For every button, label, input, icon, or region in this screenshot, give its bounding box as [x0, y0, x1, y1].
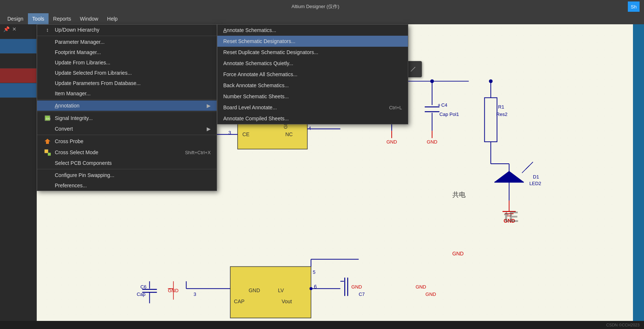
left-panel: [0, 24, 37, 329]
annotate-quietly-label: Annotate Schematics Quietly...: [223, 60, 293, 66]
svg-text:共电: 共电: [452, 191, 466, 198]
svg-text:tE: tE: [504, 209, 519, 225]
svg-text:C7: C7: [359, 291, 365, 297]
cross-select-shortcut: Shift+Ctrl+X: [176, 150, 211, 155]
submenu-board-level[interactable]: Board Level Annotate... Ctrl+L: [217, 102, 408, 113]
menu-footprint-manager[interactable]: Footprint Manager...: [37, 47, 217, 57]
menu-tools[interactable]: Tools: [28, 13, 49, 24]
menu-preferences[interactable]: Preferences...: [37, 180, 217, 191]
svg-text:3: 3: [193, 291, 196, 297]
annotation-label-rest: nnotation: [58, 103, 79, 109]
svg-text:GND: GND: [427, 139, 437, 145]
svg-text:R1: R1: [498, 104, 504, 110]
board-level-shortcut: Ctrl+L: [380, 105, 402, 110]
svg-text:GND: GND: [426, 291, 436, 297]
annotation-arrow: ▶: [207, 103, 211, 109]
svg-text:Cap Pol1: Cap Pol1: [440, 112, 459, 117]
menu-configure-pin[interactable]: Configure Pin Swapping...: [37, 170, 217, 180]
sh-button[interactable]: Sh: [628, 1, 640, 12]
cross-select-label: Cross Select Mode: [55, 149, 98, 155]
svg-text:SIG: SIG: [46, 117, 51, 120]
svg-point-59: [430, 79, 434, 83]
svg-marker-117: [48, 153, 51, 156]
left-panel-item-3[interactable]: [0, 54, 36, 68]
close-icon[interactable]: ✕: [11, 26, 18, 32]
signal-integrity-icon: SIG: [43, 115, 52, 121]
submenu-annotate-schematics[interactable]: Annotate Schematics...: [217, 25, 408, 36]
pin-icon[interactable]: 📌: [3, 26, 10, 32]
submenu-reset-duplicate[interactable]: Reset Duplicate Schematic Designators...: [217, 47, 408, 58]
separator-1: [37, 36, 217, 36]
svg-text:4: 4: [309, 125, 311, 131]
menu-cross-select[interactable]: Cross Select Mode Shift+Ctrl+X: [37, 147, 217, 158]
annotation-label: A: [55, 103, 58, 109]
menu-select-pcb[interactable]: Select PCB Components: [37, 158, 217, 168]
menu-update-selected[interactable]: Update Selected From Libraries...: [37, 68, 217, 78]
svg-text:CAP: CAP: [234, 298, 245, 304]
menu-help[interactable]: Help: [103, 13, 122, 24]
updown-label: Up/Down Hierarchy: [55, 27, 99, 33]
left-panel-item-2[interactable]: [0, 39, 36, 54]
reset-designators-label: Reset Schematic Designators...: [223, 38, 295, 44]
board-level-label: Board Level Annotate...: [223, 105, 277, 110]
right-sidebar: [633, 24, 644, 329]
configure-pin-label: Configure Pin Swapping...: [55, 172, 114, 178]
menu-update-libs[interactable]: Update From Libraries...: [37, 57, 217, 68]
item-mgr-label: Item Manager...: [55, 91, 90, 96]
update-params-label: Update Parameters From Database...: [55, 80, 140, 86]
title-bar: Altium Designer (仅作) Sh: [0, 0, 644, 13]
convert-label: Convert: [55, 126, 73, 132]
number-sheets-label: Number Schematic Sheets...: [223, 93, 289, 99]
submenu-annotate-compiled[interactable]: Annotate Compiled Sheets...: [217, 113, 408, 124]
menu-cross-probe[interactable]: Cross Probe: [37, 136, 217, 147]
footprint-label: Footprint Manager...: [55, 49, 101, 55]
preferences-label: Preferences...: [55, 183, 87, 188]
svg-point-65: [489, 79, 492, 83]
svg-text:C4: C4: [441, 102, 448, 108]
submenu-number-sheets[interactable]: Number Schematic Sheets...: [217, 91, 408, 102]
menu-item-manager[interactable]: Item Manager...: [37, 88, 217, 99]
separator-5: [37, 169, 217, 169]
svg-point-109: [310, 287, 313, 290]
svg-text:CE: CE: [242, 131, 249, 137]
separator-3: [37, 112, 217, 112]
cross-select-icon: [43, 149, 52, 156]
line-button[interactable]: [407, 63, 419, 75]
submenu-annotate-quietly[interactable]: Annotate Schematics Quietly...: [217, 58, 408, 69]
separator-2: [37, 99, 217, 100]
copyright-text: CSDN ©CCH2023: [606, 323, 640, 327]
svg-text:D1: D1: [533, 174, 539, 180]
tools-dropdown-menu: ↕ Up/Down Hierarchy Parameter Manager...…: [37, 24, 217, 191]
menu-reports[interactable]: Reports: [49, 13, 75, 24]
force-annotate-label: Force Annotate All Schematics...: [223, 71, 298, 77]
menu-annotation[interactable]: Annotation ▶: [37, 100, 217, 111]
menu-update-params[interactable]: Update Parameters From Database...: [37, 78, 217, 88]
menu-signal-integrity[interactable]: SIG Signal Integrity...: [37, 113, 217, 124]
svg-text:Vout: Vout: [282, 298, 292, 304]
submenu-reset-designators[interactable]: Reset Schematic Designators...: [217, 36, 408, 47]
menu-window[interactable]: Window: [75, 13, 103, 24]
left-panel-item-4[interactable]: [0, 68, 36, 83]
annotation-submenu: Annotate Schematics... Reset Schematic D…: [217, 24, 408, 124]
svg-rect-94: [230, 266, 311, 318]
svg-text:LED2: LED2: [529, 181, 541, 186]
svg-text:+: +: [438, 102, 441, 108]
annotate-schematics-label: Annotate Schematics...: [223, 27, 276, 33]
title-text: Altium Designer (仅作): [4, 3, 626, 10]
top-icons: 📌 ✕: [3, 26, 18, 32]
updown-icon: ↕: [43, 27, 52, 33]
menu-updown[interactable]: ↕ Up/Down Hierarchy: [37, 25, 217, 35]
menu-convert[interactable]: Convert ▶: [37, 124, 217, 134]
menu-bar: Design Tools Reports Window Help: [0, 13, 644, 24]
menu-param-manager[interactable]: Parameter Manager...: [37, 37, 217, 47]
svg-line-17: [411, 67, 415, 71]
svg-text:Res2: Res2: [496, 112, 507, 117]
svg-text:3: 3: [228, 130, 231, 135]
submenu-force-annotate[interactable]: Force Annotate All Schematics...: [217, 69, 408, 80]
update-sel-label: Update Selected From Libraries...: [55, 70, 132, 76]
left-panel-item-5[interactable]: [0, 83, 36, 98]
submenu-back-annotate[interactable]: Back Annotate Schematics...: [217, 80, 408, 91]
menu-design[interactable]: Design: [3, 13, 28, 24]
svg-rect-116: [45, 149, 48, 153]
svg-text:GND: GND: [351, 284, 362, 290]
